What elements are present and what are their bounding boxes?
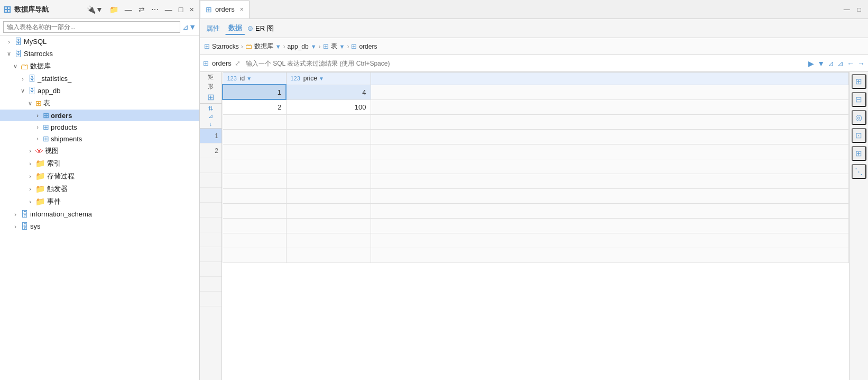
cell-row1-id[interactable]: 1: [223, 85, 286, 99]
right-btn-table-view[interactable]: ⊟: [852, 92, 866, 107]
sidebar-more-btn[interactable]: ⋯: [149, 4, 161, 15]
breadcrumb-db: 数据库: [254, 42, 273, 51]
sidebar-item-tables[interactable]: ∨ ⊞ 表: [0, 97, 199, 110]
left-icon-down: ↓: [209, 121, 213, 127]
sidebar-item-triggers[interactable]: › 📁 触发器: [0, 183, 199, 195]
tables-icon: ⊞: [35, 99, 42, 107]
sidebar-sync-btn[interactable]: ⇄: [136, 4, 147, 15]
sidebar-item-database-group[interactable]: ∨ 🗃 数据库: [0, 60, 199, 73]
orders-icon: ⊞: [43, 111, 49, 120]
sql-run-btn[interactable]: ▶: [808, 59, 814, 68]
breadcrumb-current: orders: [359, 43, 377, 50]
cell-row2-price[interactable]: 100: [286, 99, 371, 114]
sql-nav-left-btn[interactable]: ←: [847, 59, 854, 68]
cell-row2-empty: [371, 99, 849, 114]
sidebar-close-btn[interactable]: ×: [187, 4, 196, 15]
expand-icon-events: ›: [26, 198, 34, 205]
sidebar-item-statistics[interactable]: › 🗄 _statistics_: [0, 73, 199, 85]
sidebar-controls: 🔌▼ 📁 — ⇄ ⋯ — □ ×: [85, 4, 196, 15]
breadcrumb-sep4: ›: [347, 43, 349, 50]
sql-table-icon: ⊞: [203, 59, 209, 67]
right-btn-target[interactable]: ◎: [852, 110, 866, 125]
tab-data[interactable]: 数据: [225, 22, 245, 35]
sql-filter2-btn[interactable]: ⊿: [837, 59, 844, 68]
col-header-price[interactable]: 123 price ▼: [286, 73, 371, 85]
sidebar-item-sys[interactable]: › 🗄 sys: [0, 220, 199, 232]
sidebar-title-label: 数据库导航: [14, 5, 49, 14]
sidebar-minimize-btn[interactable]: —: [163, 4, 174, 15]
col-id-sort-icon[interactable]: ▼: [246, 76, 252, 82]
sidebar-filter-icon-btn[interactable]: ⊿▼: [182, 23, 196, 31]
appdb-label: app_db: [38, 87, 60, 95]
sql-table-name: orders: [212, 59, 232, 67]
table-row-empty: [223, 203, 849, 218]
database-group-icon: 🗃: [21, 62, 29, 71]
tab-orders-close[interactable]: ×: [240, 6, 244, 13]
breadcrumb-schema-dropdown[interactable]: ▼: [311, 43, 317, 50]
table-row[interactable]: 2 100: [223, 99, 849, 114]
breadcrumb-table-dropdown[interactable]: ▼: [339, 43, 345, 50]
cell-row1-price[interactable]: 4: [286, 85, 371, 99]
row-num-1: 1: [200, 129, 221, 143]
statistics-icon: 🗄: [28, 74, 36, 83]
content-toolbar: 属性 数据 ⊜ ER 图: [200, 19, 868, 38]
cell-row2-id[interactable]: 2: [223, 99, 286, 114]
mysql-label: MySQL: [24, 38, 47, 46]
sidebar-item-orders[interactable]: › ⊞ orders: [0, 110, 199, 121]
sql-filter-input[interactable]: [246, 60, 805, 67]
er-icon: ⊜: [247, 24, 253, 32]
expand-icon-procs: ›: [26, 173, 34, 179]
table-row-empty: [223, 144, 849, 159]
col-price-label: price: [303, 75, 317, 82]
col-header-id[interactable]: 123 id ▼: [223, 73, 286, 85]
right-panel: ⊞ ⊟ ◎ ⊡ ⊞ ⋱: [849, 72, 868, 380]
breadcrumb-db-dropdown[interactable]: ▼: [275, 43, 281, 50]
tab-er[interactable]: ⊜ ER 图: [247, 24, 274, 33]
sql-nav-right-btn[interactable]: →: [857, 59, 865, 68]
tab-properties[interactable]: 属性: [203, 23, 223, 34]
sql-dropdown-btn[interactable]: ▼: [817, 59, 825, 68]
sidebar-item-procs[interactable]: › 📁 存储过程: [0, 170, 199, 183]
col-price-sort-icon[interactable]: ▼: [319, 76, 324, 82]
data-table: 123 id ▼ 123 price ▼: [222, 72, 849, 263]
events-icon: 📁: [35, 197, 45, 206]
sidebar-filter-btn[interactable]: —: [123, 4, 134, 15]
sidebar-folder-btn[interactable]: 📁: [107, 4, 121, 15]
content-maximize-btn[interactable]: □: [855, 5, 864, 14]
info-schema-label: information_schema: [30, 210, 92, 218]
row-num-empty-4: [200, 203, 221, 218]
sidebar-item-mysql[interactable]: › 🗄 MySQL: [0, 35, 199, 48]
views-icon: 👁: [35, 147, 43, 156]
sidebar-search-input[interactable]: [3, 21, 180, 33]
sidebar-item-information-schema[interactable]: › 🗄 information_schema: [0, 208, 199, 220]
left-icon-filter: ⊿: [208, 113, 213, 120]
indexes-label: 索引: [47, 159, 61, 168]
right-btn-split[interactable]: ⊞: [852, 146, 866, 161]
right-btn-grid-view[interactable]: ⊞: [852, 74, 866, 89]
sidebar-plugin-btn[interactable]: 🔌▼: [85, 4, 105, 15]
sidebar-header: ⊞ 数据库导航 🔌▼ 📁 — ⇄ ⋯ — □ ×: [0, 0, 199, 19]
right-btn-more[interactable]: ⋱: [852, 164, 866, 179]
sidebar-item-shipments[interactable]: › ⊞ shipments: [0, 133, 199, 144]
sidebar-item-events[interactable]: › 📁 事件: [0, 195, 199, 208]
sidebar-maximize-btn[interactable]: □: [177, 4, 185, 15]
col-header-empty: [371, 73, 849, 85]
row-header-icon1: 矩: [208, 73, 214, 81]
sidebar-item-starrocks[interactable]: ∨ 🗄 Starrocks: [0, 48, 199, 60]
expand-icon-indexes: ›: [26, 160, 34, 167]
sidebar-item-products[interactable]: › ⊞ products: [0, 121, 199, 133]
sidebar-item-views[interactable]: › 👁 视图: [0, 144, 199, 157]
breadcrumb-table-label: 表: [331, 42, 337, 51]
right-btn-grid2[interactable]: ⊡: [852, 128, 866, 143]
row-header-col: 矩 形 ⊞ ⇄ ⊿ ↓ 1 2: [200, 72, 222, 380]
sql-filter-btn[interactable]: ⊿: [828, 59, 834, 68]
expand-icon-info-schema: ›: [12, 211, 19, 218]
content-minimize-btn[interactable]: —: [841, 5, 853, 14]
triggers-icon: 📁: [35, 184, 45, 194]
sidebar-item-indexes[interactable]: › 📁 索引: [0, 157, 199, 170]
expand-icon-tables: ∨: [26, 100, 34, 107]
sidebar-item-app-db[interactable]: ∨ 🗄 app_db: [0, 85, 199, 97]
tab-orders[interactable]: ⊞ orders ×: [200, 1, 250, 19]
breadcrumb-table-icon: ⊞: [323, 42, 329, 50]
table-row[interactable]: 1 4: [223, 85, 849, 99]
